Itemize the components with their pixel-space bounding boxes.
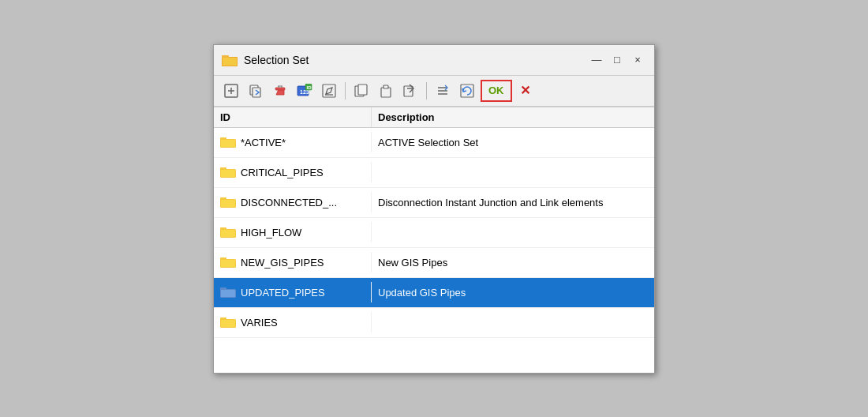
minimize-button[interactable]: — bbox=[588, 51, 605, 69]
copy-icon bbox=[354, 84, 369, 98]
row-desc-varies bbox=[372, 318, 654, 326]
svg-rect-10 bbox=[275, 88, 285, 90]
window-title: Selection Set bbox=[244, 54, 309, 66]
column-id-header: ID bbox=[214, 107, 372, 127]
row-desc-high-flow bbox=[372, 228, 654, 236]
restore-button[interactable]: □ bbox=[608, 51, 626, 69]
folder-icon bbox=[220, 166, 236, 178]
svg-rect-44 bbox=[221, 260, 235, 267]
table-row[interactable]: NEW_GIS_PIPES New GIS Pipes bbox=[214, 248, 654, 278]
svg-text:ID: ID bbox=[307, 85, 312, 90]
svg-rect-50 bbox=[221, 320, 235, 327]
svg-rect-35 bbox=[221, 170, 235, 177]
svg-rect-41 bbox=[221, 230, 235, 237]
row-id-active: *ACTIVE* bbox=[214, 132, 372, 152]
table-area: ID Description *ACTIVE* ACTIVE Selection… bbox=[214, 107, 654, 373]
sort-icon bbox=[436, 84, 450, 98]
folder-icon bbox=[220, 286, 236, 299]
separator-1 bbox=[345, 82, 346, 100]
svg-rect-22 bbox=[381, 88, 391, 97]
new-set-button[interactable] bbox=[220, 80, 242, 102]
folder-icon bbox=[220, 196, 236, 208]
svg-rect-21 bbox=[358, 85, 367, 95]
table-row-selected[interactable]: UPDATED_PIPES Updated GIS Pipes bbox=[214, 278, 654, 308]
title-bar: Selection Set — □ × bbox=[214, 45, 654, 76]
edit-icon bbox=[322, 84, 336, 98]
folder-icon bbox=[220, 136, 236, 148]
delete-icon bbox=[273, 84, 287, 98]
row-desc-updated-pipes: Updated GIS Pipes bbox=[372, 283, 654, 302]
title-bar-left: Selection Set bbox=[222, 52, 309, 68]
svg-rect-38 bbox=[221, 200, 235, 207]
refresh-button[interactable] bbox=[456, 80, 478, 102]
refresh-icon bbox=[460, 84, 474, 98]
row-id-high-flow: HIGH_FLOW bbox=[214, 222, 372, 242]
export-button[interactable] bbox=[399, 80, 421, 102]
copy-to-icon bbox=[249, 84, 263, 98]
copy-to-button[interactable] bbox=[245, 80, 267, 102]
selection-set-window: Selection Set — □ × bbox=[213, 44, 655, 374]
edit-id-icon: 123 ID bbox=[297, 84, 312, 98]
separator-2 bbox=[426, 82, 427, 100]
folder-icon bbox=[220, 226, 236, 239]
table-header: ID Description bbox=[214, 107, 654, 128]
paste-button[interactable] bbox=[375, 80, 397, 102]
table-scroll[interactable]: *ACTIVE* ACTIVE Selection Set CRITICAL_P… bbox=[214, 128, 654, 373]
new-set-icon bbox=[224, 84, 238, 98]
row-desc-critical-pipes bbox=[372, 168, 654, 176]
export-icon bbox=[403, 84, 417, 98]
table-row[interactable]: CRITICAL_PIPES bbox=[214, 158, 654, 188]
svg-rect-47 bbox=[221, 290, 235, 297]
toolbar: 123 ID bbox=[214, 76, 654, 107]
table-row[interactable]: VARIES bbox=[214, 308, 654, 338]
row-id-varies: VARIES bbox=[214, 312, 372, 332]
folder-icon bbox=[220, 316, 236, 329]
paste-icon bbox=[379, 84, 393, 98]
row-id-updated-pipes: UPDATED_PIPES bbox=[214, 282, 372, 302]
row-desc-new-gis-pipes: New GIS Pipes bbox=[372, 253, 654, 272]
row-id-disconnected: DISCONNECTED_... bbox=[214, 192, 372, 212]
title-bar-controls: — □ × bbox=[588, 51, 646, 69]
row-id-critical-pipes: CRITICAL_PIPES bbox=[214, 162, 372, 182]
table-row[interactable]: DISCONNECTED_... Disconnection Instant J… bbox=[214, 188, 654, 218]
row-desc-active: ACTIVE Selection Set bbox=[372, 133, 654, 152]
edit-id-button[interactable]: 123 ID bbox=[294, 80, 316, 102]
svg-rect-3 bbox=[223, 58, 237, 66]
row-desc-disconnected: Disconnection Instant Junction and Link … bbox=[372, 193, 654, 212]
svg-rect-23 bbox=[383, 85, 388, 88]
close-button[interactable]: × bbox=[629, 51, 646, 69]
table-row[interactable]: HIGH_FLOW bbox=[214, 218, 654, 248]
table-row[interactable]: *ACTIVE* ACTIVE Selection Set bbox=[214, 128, 654, 158]
folder-icon bbox=[220, 256, 236, 269]
sort-button[interactable] bbox=[432, 80, 454, 102]
column-description-header: Description bbox=[372, 107, 654, 127]
copy-button[interactable] bbox=[350, 80, 372, 102]
edit-button[interactable] bbox=[318, 80, 340, 102]
table-body: *ACTIVE* ACTIVE Selection Set CRITICAL_P… bbox=[214, 128, 654, 373]
svg-rect-32 bbox=[221, 140, 235, 147]
delete-button[interactable] bbox=[269, 80, 291, 102]
ok-button[interactable]: OK bbox=[481, 80, 512, 102]
cancel-button[interactable]: ✕ bbox=[514, 80, 537, 102]
row-id-new-gis-pipes: NEW_GIS_PIPES bbox=[214, 252, 372, 272]
window-icon bbox=[222, 52, 238, 68]
